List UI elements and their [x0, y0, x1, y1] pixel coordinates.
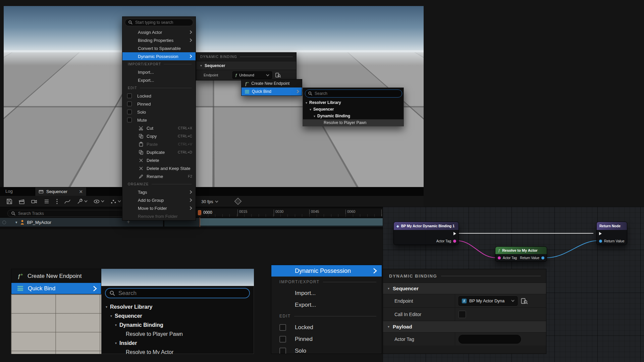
menu-search-box[interactable]: [125, 19, 193, 26]
menu-item-export[interactable]: Export...: [122, 76, 196, 84]
resolve-function-node[interactable]: ƒ Resolve to My Actor Actor Tag Return V…: [495, 246, 547, 262]
checkbox[interactable]: [279, 336, 286, 343]
menu-item-mute[interactable]: Mute: [122, 116, 196, 124]
checkbox[interactable]: [127, 118, 132, 122]
entry-node[interactable]: ◆ BP My Actor Dynamic Binding 1 Actor Ta…: [393, 222, 459, 245]
details-list-icon[interactable]: [43, 198, 50, 205]
tree-item-insider[interactable]: ▾ Insider: [102, 339, 254, 348]
tab-sequencer[interactable]: Sequencer ✕: [35, 187, 87, 196]
category-sequencer[interactable]: ▾ Sequencer: [196, 61, 296, 70]
menu-item-dynamic-possession[interactable]: Dynamic Possession: [122, 52, 196, 60]
menu-item-solo[interactable]: Solo: [271, 345, 382, 354]
menu-item-export[interactable]: Export...: [271, 299, 382, 311]
tree-item-resolve-to-player-pawn[interactable]: Resolve to Player Pawn: [303, 119, 404, 126]
menu-item-move-to-folder[interactable]: Move to Folder: [122, 204, 196, 212]
save-icon[interactable]: [6, 198, 13, 205]
menu-item-quick-bind[interactable]: Quick Bind: [11, 283, 101, 294]
exec-in-pin[interactable]: [599, 232, 602, 235]
tree-item-sequencer[interactable]: ▾ Sequencer: [303, 106, 404, 113]
browse-to-asset-icon[interactable]: [521, 297, 528, 305]
checkbox[interactable]: [279, 348, 286, 354]
track-section-bar[interactable]: [200, 219, 383, 226]
menu-item-locked[interactable]: Locked: [122, 92, 196, 100]
fps-dropdown[interactable]: 30 fps: [201, 196, 218, 207]
menu-item-quick-bind[interactable]: Quick Bind: [241, 87, 302, 96]
call-in-editor-checkbox[interactable]: [459, 311, 466, 318]
actor-tag-in-pin[interactable]: [498, 256, 501, 259]
actor-tag-input[interactable]: [459, 335, 521, 344]
menu-item-cut[interactable]: Cut CTRL+X: [122, 124, 196, 132]
tree-item-resolve-to-player-pawn[interactable]: Resolve to Player Pawn: [102, 329, 254, 339]
tab-log[interactable]: Log: [5, 189, 13, 194]
menu-item-create-new-endpoint[interactable]: ƒ+ Create New Endpoint: [11, 269, 101, 283]
chevron-down-icon: [511, 300, 515, 302]
playback-options-dropdown[interactable]: [110, 198, 121, 205]
category-sequencer[interactable]: ▾ Sequencer: [383, 283, 546, 294]
menu-item-create-new-endpoint[interactable]: ƒ+ Create New Endpoint: [241, 79, 302, 87]
tree-item-dynamic-binding[interactable]: ▾ Dynamic Binding: [102, 320, 254, 329]
menu-item-pinned[interactable]: Pinned: [271, 333, 382, 345]
tree-item-sequencer[interactable]: ▾ Sequencer: [102, 311, 254, 320]
quick-bind-search-input[interactable]: [315, 91, 399, 96]
menu-search-input[interactable]: [135, 20, 190, 25]
tree-item-resolver-library[interactable]: ▾ Resolver Library: [102, 302, 254, 311]
menu-item-locked[interactable]: Locked: [271, 321, 382, 333]
menu-item-dynamic-possession[interactable]: Dynamic Possession: [271, 265, 382, 277]
triangle-down-icon[interactable]: ▾: [115, 341, 117, 345]
menu-item-import[interactable]: Import...: [271, 287, 382, 299]
actor-tag-pin[interactable]: [453, 240, 456, 243]
tree-item-resolver-library[interactable]: ▾ Resolver Library: [303, 99, 404, 106]
checkbox[interactable]: [279, 324, 286, 331]
quick-bind-search-box[interactable]: [305, 89, 402, 98]
track-state-icon[interactable]: [2, 221, 6, 224]
more-options-icon[interactable]: [56, 198, 58, 205]
return-value-out-pin[interactable]: [541, 256, 544, 259]
menu-item-assign-actor[interactable]: Assign Actor: [122, 28, 196, 36]
triangle-down-icon[interactable]: ▾: [106, 305, 107, 309]
checkbox[interactable]: [127, 110, 132, 114]
menu-item-pinned[interactable]: Pinned: [122, 100, 196, 108]
exec-out-pin[interactable]: [453, 232, 456, 235]
checkbox[interactable]: [127, 102, 132, 106]
tree-item-dynamic-binding[interactable]: ▾ Dynamic Binding: [303, 113, 404, 119]
track-expander-icon[interactable]: ▾: [15, 220, 17, 225]
triangle-down-icon[interactable]: ▾: [115, 323, 117, 327]
triangle-down-icon[interactable]: ▾: [310, 108, 311, 111]
menu-item-convert-to-spawnable[interactable]: Convert to Spawnable: [122, 44, 196, 52]
menu-item-binding-properties[interactable]: Binding Properties: [122, 36, 196, 44]
playhead-marker[interactable]: [198, 210, 201, 215]
timeline-ruler[interactable]: 0015 0030 0045 0060 00 0000: [164, 208, 383, 217]
menu-item-delete[interactable]: Delete: [122, 156, 196, 164]
camera-icon[interactable]: [31, 198, 38, 205]
browse-to-asset-icon[interactable]: [275, 72, 281, 78]
quick-bind-search-input[interactable]: [118, 290, 246, 297]
menu-item-import[interactable]: Import...: [122, 68, 196, 76]
render-movie-icon[interactable]: [18, 198, 25, 205]
triangle-down-icon[interactable]: ▾: [314, 114, 315, 118]
endpoint-dropdown[interactable]: ƒ Unbound: [232, 71, 272, 79]
triangle-down-icon: ▾: [388, 287, 389, 290]
menu-item-tags[interactable]: Tags: [122, 188, 196, 196]
ruler-mark: 0030: [274, 209, 283, 216]
close-tab-icon[interactable]: ✕: [79, 189, 83, 194]
menu-item-copy[interactable]: Copy CTRL+C: [122, 132, 196, 140]
menu-item-delete-and-keep-state[interactable]: Delete and Keep State: [122, 164, 196, 172]
track-lane[interactable]: [164, 218, 383, 227]
menu-item-duplicate[interactable]: Duplicate CTRL+D: [122, 148, 196, 156]
menu-item-rename[interactable]: Rename F2: [122, 172, 196, 180]
return-node[interactable]: Return Node Return Value: [596, 222, 627, 245]
return-value-pin[interactable]: [599, 240, 602, 243]
menu-item-solo[interactable]: Solo: [122, 108, 196, 116]
menu-item-add-to-group[interactable]: Add to Group: [122, 196, 196, 204]
quick-bind-search-box[interactable]: [105, 288, 250, 298]
keyframe-icon[interactable]: [234, 198, 241, 205]
triangle-down-icon[interactable]: ▾: [306, 101, 307, 105]
category-payload[interactable]: ▾ Payload: [383, 321, 546, 332]
triangle-down-icon[interactable]: ▾: [110, 314, 112, 318]
checkbox[interactable]: [127, 94, 132, 98]
endpoint-dropdown[interactable]: BP My Actor Dyna: [459, 296, 518, 306]
actions-dropdown[interactable]: [76, 198, 88, 205]
view-options-dropdown[interactable]: [93, 198, 104, 205]
tree-item-resolve-to-my-actor[interactable]: Resolve to My Actor: [102, 348, 254, 354]
curve-editor-icon[interactable]: [64, 198, 71, 205]
